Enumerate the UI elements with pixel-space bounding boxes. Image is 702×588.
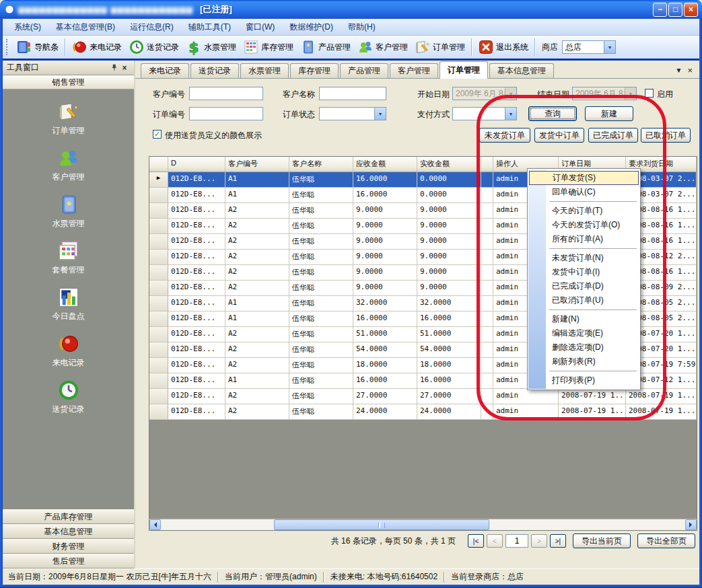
pin-icon[interactable] xyxy=(108,63,119,73)
toolbar-grip[interactable] xyxy=(6,39,11,55)
menu-item-1[interactable]: 基本信息管理(B) xyxy=(48,20,122,35)
next-page-button[interactable]: > xyxy=(531,534,547,548)
sidebar-item-0[interactable]: 订单管理 xyxy=(3,100,134,137)
shop-select[interactable]: 总店▼ xyxy=(562,40,616,54)
start-date-picker[interactable]: 2009年 6月 8日 ▼ xyxy=(452,87,517,100)
sidebar-section-2[interactable]: 财务管理 xyxy=(3,539,134,554)
menu-item-2[interactable]: 运行信息(R) xyxy=(122,20,181,35)
context-menu-item-4[interactable]: 今天的发货订单(O) xyxy=(528,218,640,232)
toolbar-button-1[interactable]: 来电记录 xyxy=(68,38,125,57)
order-status-select[interactable]: ▼ xyxy=(319,107,386,120)
column-header-6[interactable] xyxy=(481,157,493,172)
customer-no-input[interactable] xyxy=(189,87,263,100)
toolbar-button-0[interactable]: 导航条 xyxy=(13,38,62,57)
table-cell: 9.0000 xyxy=(417,265,481,281)
context-menu-item-17[interactable]: 打印列表(P) xyxy=(528,373,640,388)
tab-1[interactable]: 送货记录 xyxy=(190,63,239,78)
end-date-picker[interactable]: 2009年 6月 8日 ▼ xyxy=(572,87,637,100)
scroll-left-icon[interactable] xyxy=(149,519,161,530)
table-row[interactable]: 012D-E8...A2伍华聪27.000027.0000admin2008-0… xyxy=(149,389,697,404)
column-header-0[interactable] xyxy=(149,157,168,172)
toolbar-button-5[interactable]: 产品管理 xyxy=(297,38,354,57)
enable-checkbox[interactable] xyxy=(645,89,654,98)
delivery-color-checkbox[interactable]: ✓ xyxy=(153,130,162,139)
toolbar-button-7[interactable]: 订单管理 xyxy=(411,38,468,57)
context-menu-item-3[interactable]: 今天的订单(T) xyxy=(528,204,640,218)
toolbar-button-8[interactable]: 退出系统 xyxy=(475,38,532,57)
toolbar-button-3[interactable]: $水票管理 xyxy=(182,38,240,57)
export-current-page-button[interactable]: 导出当前页 xyxy=(573,534,631,548)
tab-4[interactable]: 产品管理 xyxy=(340,63,388,78)
menu-item-0[interactable]: 系统(S) xyxy=(7,20,48,35)
table-cell: 9.0000 xyxy=(417,281,481,296)
context-menu-item-7[interactable]: 未发货订单(N) xyxy=(528,251,640,265)
context-menu-item-12[interactable]: 新建(N) xyxy=(528,312,640,326)
toolbar-button-4[interactable]: 库存管理 xyxy=(240,38,297,57)
status-filter-button-3[interactable]: 已取消订单 xyxy=(641,128,691,143)
sidebar-item-6[interactable]: 送货记录 xyxy=(3,379,134,415)
new-button[interactable]: 新建 xyxy=(585,106,633,121)
context-menu-item-13[interactable]: 编辑选定项(E) xyxy=(528,326,640,340)
status-filter-button-2[interactable]: 已完成订单 xyxy=(588,128,638,143)
context-menu-item-8[interactable]: 发货中订单(I) xyxy=(528,265,640,279)
tab-7[interactable]: 基本信息管理 xyxy=(489,63,554,78)
export-all-pages-button[interactable]: 导出全部页 xyxy=(637,534,695,548)
column-header-5[interactable]: 实收金额 xyxy=(417,157,481,172)
sidebar-item-5[interactable]: 来电记录 xyxy=(3,332,134,369)
minimize-button[interactable]: − xyxy=(653,3,667,17)
sidebar-item-2[interactable]: 水票管理 xyxy=(3,193,134,229)
sidebar-item-4[interactable]: 今日盘点 xyxy=(3,286,134,322)
tool-window-close-icon[interactable]: × xyxy=(119,63,130,73)
menu-item-4[interactable]: 窗口(W) xyxy=(238,20,282,35)
sidebar-section-0[interactable]: 产品库存管理 xyxy=(3,509,134,524)
app-logo-icon xyxy=(4,4,15,15)
tab-5[interactable]: 客户管理 xyxy=(390,63,438,78)
table-row[interactable]: 012D-E8...A2伍华聪24.000024.0000admin2008-0… xyxy=(149,404,697,420)
context-menu-item-14[interactable]: 删除选定项(D) xyxy=(528,340,640,355)
sidebar-section-sales[interactable]: 销售管理 xyxy=(3,75,134,89)
scroll-right-icon[interactable] xyxy=(685,519,697,530)
tab-6[interactable]: 订单管理 xyxy=(440,61,488,79)
table-cell: 012D-E8... xyxy=(168,203,225,219)
first-page-button[interactable]: |< xyxy=(468,534,484,548)
tab-0[interactable]: 来电记录 xyxy=(141,63,189,78)
context-menu-item-10[interactable]: 已取消订单(U) xyxy=(528,293,640,307)
query-button[interactable]: 查询 xyxy=(528,106,577,121)
order-no-input[interactable] xyxy=(189,107,263,120)
tab-close-icon[interactable]: × xyxy=(687,65,693,75)
horizontal-scrollbar[interactable] xyxy=(149,519,697,530)
customer-name-input[interactable] xyxy=(319,87,386,100)
context-menu-item-0[interactable]: 订单发货(S) xyxy=(529,171,639,185)
table-cell: 9.0000 xyxy=(353,250,417,265)
column-header-2[interactable]: 客户编号 xyxy=(225,157,289,172)
context-menu-item-15[interactable]: 刷新列表(R) xyxy=(528,355,640,369)
sidebar-item-1[interactable]: 客户管理 xyxy=(3,147,134,183)
toolbar-button-2[interactable]: 送货记录 xyxy=(125,38,182,57)
status-filter-button-1[interactable]: 发货中订单 xyxy=(534,128,584,143)
menu-item-5[interactable]: 数据维护(D) xyxy=(282,20,341,35)
sidebar-items: 订单管理客户管理水票管理套餐管理今日盘点来电记录送货记录 xyxy=(3,89,134,509)
toolbar-button-6[interactable]: 客户管理 xyxy=(354,38,411,57)
sidebar-section-3[interactable]: 售后管理 xyxy=(3,554,134,568)
prev-page-button[interactable]: < xyxy=(487,534,503,548)
status-filter-button-0[interactable]: 未发货订单 xyxy=(479,128,530,143)
context-menu-item-5[interactable]: 所有的订单(A) xyxy=(528,232,640,246)
menu-item-6[interactable]: 帮助(H) xyxy=(341,20,383,35)
maximize-button[interactable]: □ xyxy=(668,3,682,17)
column-header-4[interactable]: 应收金额 xyxy=(353,157,417,172)
tab-list-dropdown-icon[interactable]: ▼ xyxy=(676,67,682,74)
tab-2[interactable]: 水票管理 xyxy=(240,63,289,78)
scrollbar-thumb[interactable] xyxy=(274,519,489,530)
last-page-button[interactable]: >| xyxy=(550,534,566,548)
sidebar-item-3[interactable]: 套餐管理 xyxy=(3,240,134,276)
column-header-1[interactable]: D xyxy=(168,157,225,172)
context-menu-item-9[interactable]: 已完成订单(D) xyxy=(528,279,640,293)
context-menu-item-1[interactable]: 回单确认(C) xyxy=(528,185,640,199)
sidebar-section-1[interactable]: 基本信息管理 xyxy=(3,524,134,539)
page-number-input[interactable] xyxy=(505,534,528,548)
column-header-3[interactable]: 客户名称 xyxy=(289,157,353,172)
menu-item-3[interactable]: 辅助工具(T) xyxy=(181,20,238,35)
tab-3[interactable]: 库存管理 xyxy=(290,63,339,78)
pay-method-select[interactable]: ▼ xyxy=(452,107,517,120)
close-button[interactable]: × xyxy=(684,3,698,17)
